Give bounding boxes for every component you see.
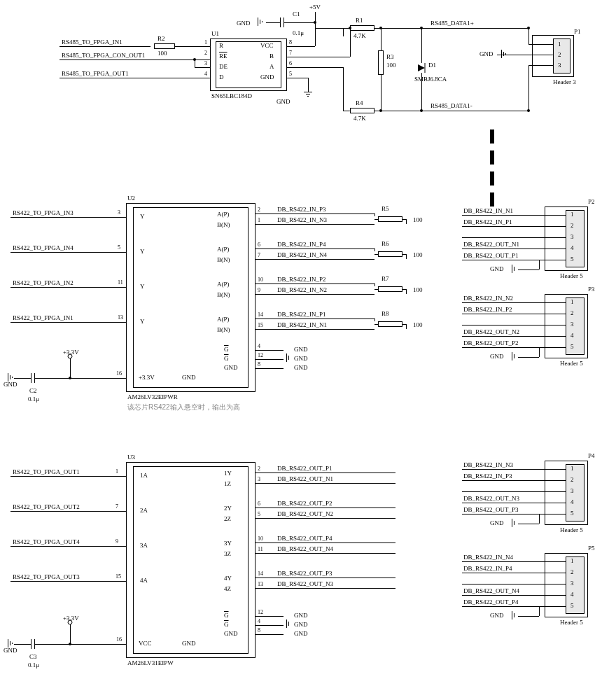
resistor [378, 321, 402, 327]
u2-part: AM26LV32EIPWR [127, 393, 178, 400]
header-p1 [553, 38, 570, 74]
wire [462, 336, 566, 337]
net-label: DB_RS422_OUT_P1 [277, 465, 332, 472]
resistor-ref: R7 [382, 275, 389, 282]
net-label: DB_RS422_IN_P3 [463, 472, 512, 479]
pin-number: 12 [258, 609, 263, 615]
pin-number: 14 [258, 570, 263, 577]
wire [175, 46, 210, 47]
d1-ref: D1 [428, 62, 436, 69]
pin-number: 6 [258, 500, 260, 507]
pin-label: Y [140, 213, 145, 220]
wire [255, 318, 374, 319]
net-rs485-con-out1: RS485_TO_FPGA_CON_OUT1 [62, 52, 145, 59]
pin-label: 3A [140, 542, 148, 549]
wire [462, 503, 566, 503]
net-label: RS422_TO_FPGA_OUT2 [13, 503, 80, 510]
wire [462, 314, 566, 314]
wire [255, 472, 396, 473]
net-label: RS422_TO_FPGA_OUT1 [13, 468, 80, 475]
wire [350, 28, 351, 57]
pin-number: 3 [118, 209, 120, 216]
pin-number: 11 [118, 279, 123, 286]
u1-pin2-name: RE [219, 52, 227, 59]
resistor-r1 [350, 25, 374, 31]
header-pin: 4 [570, 244, 574, 251]
resistor-val: 100 [413, 321, 423, 328]
net-label: DB_RS422_IN_P1 [277, 311, 326, 318]
wire [462, 514, 566, 514]
r2-ref: R2 [158, 35, 165, 42]
header-box [566, 298, 584, 355]
r4-val: 4.7K [354, 115, 366, 122]
header-pin: 4 [570, 332, 574, 339]
pin-label: G [224, 346, 229, 353]
chip-u2-inner [133, 207, 248, 388]
header-pin: 4 [570, 591, 574, 598]
pin-number: 9 [115, 538, 118, 545]
u1-pin5-num: 5 [289, 71, 292, 77]
net-label: DB_RS422_IN_N1 [463, 207, 513, 214]
resistor-ref: R6 [382, 240, 389, 247]
pin-number: 11 [258, 546, 263, 552]
pin-number: 10 [258, 276, 263, 283]
resistor [378, 216, 402, 222]
pin-number: 15 [258, 322, 263, 328]
wire [10, 476, 126, 477]
net-label: GND [294, 612, 308, 619]
wire [374, 324, 378, 325]
power-circle [67, 354, 73, 359]
header-pin: 1 [570, 298, 574, 305]
pin-label: 4Y [224, 575, 232, 582]
wire [10, 511, 126, 512]
net-label: RS422_TO_FPGA_OUT3 [13, 573, 80, 580]
net-label: RS422_TO_FPGA_OUT4 [13, 538, 80, 545]
u1-pin3-name: DE [219, 63, 227, 70]
wire [255, 483, 396, 484]
pin-label: A(P) [217, 281, 230, 288]
gnd-symbol [304, 92, 312, 99]
net-label: DB_RS422_IN_P4 [277, 241, 326, 248]
pin-number: 5 [258, 511, 260, 517]
u2-note: 该芯片RS422输入悬空时，输出为高 [127, 402, 240, 412]
u3-part: AM26LV31EIPW [127, 659, 174, 666]
net-label: DB_RS422_IN_N3 [463, 461, 513, 468]
wire [381, 28, 382, 50]
pin-number: 8 [258, 361, 260, 368]
pin-label: 2A [140, 507, 148, 514]
wire [402, 219, 406, 220]
gnd-symbol [512, 519, 519, 527]
junction [349, 27, 351, 29]
header-ref: P3 [588, 286, 595, 293]
net-label: DB_RS422_OUT_N2 [463, 328, 519, 335]
wire [402, 289, 406, 290]
wire [315, 28, 343, 29]
c3-ref: C3 [29, 653, 37, 660]
gnd-symbol [512, 611, 519, 620]
wire [308, 78, 309, 92]
pin-label: Y [140, 318, 145, 325]
u1-pin4-name: D [219, 74, 224, 80]
gnd-label: GND [276, 98, 290, 105]
wire [462, 347, 566, 348]
wire [374, 318, 375, 321]
header-box [566, 210, 584, 267]
net-label: DB_RS422_IN_P1 [463, 218, 512, 225]
pin-number: 13 [258, 581, 263, 587]
dash [490, 172, 494, 186]
pin-label: A(P) [217, 211, 230, 218]
wire [462, 226, 566, 227]
net-label: GND [294, 621, 308, 628]
pin-label: GND [224, 630, 238, 637]
wire [462, 595, 566, 596]
pin-number: 7 [115, 503, 118, 510]
net-label: DB_RS422_IN_N1 [277, 321, 327, 328]
net-label: GND [294, 346, 308, 353]
wire [255, 588, 396, 589]
r1-ref: R1 [356, 17, 363, 24]
c1-ref: C1 [293, 10, 300, 18]
net-label: DB_RS422_OUT_N4 [463, 587, 519, 594]
u1-pin1-num: 1 [204, 39, 207, 46]
wire [59, 46, 150, 47]
wire [255, 359, 284, 360]
